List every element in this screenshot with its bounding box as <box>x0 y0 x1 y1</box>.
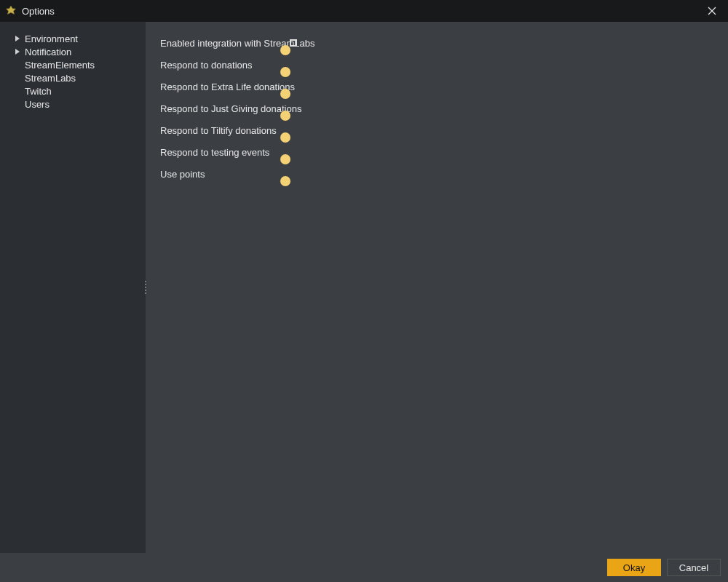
sidebar-item-label: StreamLabs <box>25 73 76 84</box>
sidebar-item-users[interactable]: Users <box>0 97 146 111</box>
toggle-wrap <box>291 106 296 111</box>
close-icon <box>708 7 716 15</box>
sidebar-item-label: Notification <box>25 47 71 57</box>
app-icon <box>4 4 17 17</box>
svg-marker-3 <box>15 36 20 41</box>
svg-marker-0 <box>7 6 16 15</box>
toggle-wrap <box>291 172 296 176</box>
footer: Okay Cancel <box>0 553 728 582</box>
toggle-knob <box>280 45 290 55</box>
toggle-wrap <box>291 63 296 67</box>
toggle-knob <box>280 132 290 143</box>
sidebar: Environment Notification StreamElements … <box>0 22 146 553</box>
toggle-wrap <box>291 150 296 154</box>
toggle-knob <box>280 176 290 186</box>
toggle-knob <box>280 89 290 99</box>
grip-icon <box>145 281 147 294</box>
okay-button[interactable]: Okay <box>607 559 661 576</box>
setting-label: Enabled integration with StreamLabs <box>160 38 291 49</box>
options-window: Options Environment Notification <box>0 0 728 582</box>
setting-label: Respond to Extra Life donations <box>160 81 291 92</box>
sidebar-item-environment[interactable]: Environment <box>0 32 146 45</box>
settings-panel: Enabled integration with StreamLabs Resp… <box>146 22 728 553</box>
toggle-highlight <box>291 41 296 45</box>
setting-row: Enabled integration with StreamLabs <box>160 32 713 54</box>
toggle-knob <box>280 154 290 164</box>
close-button[interactable] <box>695 0 728 22</box>
sidebar-item-label: Environment <box>25 33 78 44</box>
setting-row: Respond to Extra Life donations <box>160 76 713 97</box>
sidebar-item-twitch[interactable]: Twitch <box>0 84 146 97</box>
setting-label: Respond to testing events <box>160 147 291 158</box>
setting-row: Use points <box>160 163 713 185</box>
sidebar-resize-handle[interactable] <box>143 22 148 553</box>
sidebar-item-label: Twitch <box>25 86 52 97</box>
sidebar-item-streamelements[interactable]: StreamElements <box>0 58 146 71</box>
sidebar-item-label: StreamElements <box>25 60 95 71</box>
svg-marker-4 <box>15 49 20 55</box>
sidebar-item-label: Users <box>25 99 50 110</box>
chevron-right-icon <box>13 36 22 41</box>
toggle-wrap <box>291 84 296 89</box>
setting-row: Respond to testing events <box>160 141 713 163</box>
toggle-knob <box>280 111 290 121</box>
setting-label: Respond to donations <box>160 60 291 71</box>
cancel-button[interactable]: Cancel <box>667 559 721 576</box>
setting-label: Use points <box>160 169 291 180</box>
toggle-knob <box>280 67 290 77</box>
setting-row: Respond to donations <box>160 54 713 76</box>
sidebar-item-streamlabs[interactable]: StreamLabs <box>0 71 146 84</box>
sidebar-item-notification[interactable]: Notification <box>0 45 146 58</box>
window-title: Options <box>22 6 55 17</box>
setting-label: Respond to Just Giving donations <box>160 103 291 114</box>
body: Environment Notification StreamElements … <box>0 22 728 553</box>
toggle-wrap <box>291 128 296 132</box>
setting-row: Respond to Tiltify donations <box>160 119 713 141</box>
setting-row: Respond to Just Giving donations <box>160 97 713 119</box>
setting-label: Respond to Tiltify donations <box>160 125 291 136</box>
titlebar: Options <box>0 0 728 22</box>
chevron-right-icon <box>13 49 22 55</box>
